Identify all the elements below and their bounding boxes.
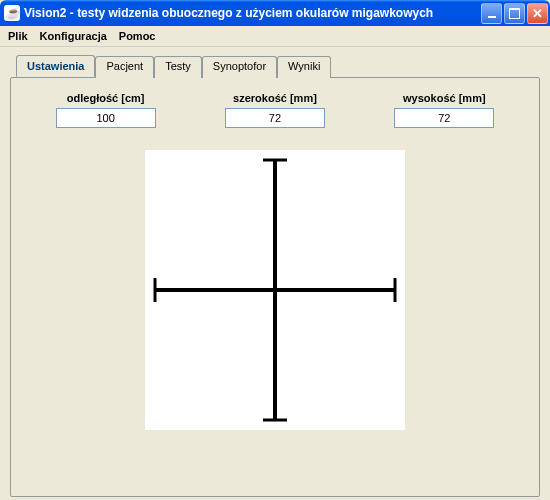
input-distance[interactable] [56,108,156,128]
menu-file[interactable]: Plik [8,30,28,42]
close-button[interactable]: ✕ [527,3,548,24]
title-bar: ☕ Vision2 - testy widzenia obuocznego z … [0,0,550,26]
tab-synoptofor[interactable]: Synoptofor [202,56,277,78]
preview-area [31,150,519,430]
java-icon: ☕ [4,5,20,21]
menu-bar: Plik Konfiguracja Pomoc [0,26,550,47]
tab-panel-ustawienia: odległość [cm] szerokość [mm] wysokość [… [10,77,540,497]
tab-wyniki[interactable]: Wyniki [277,56,331,78]
tab-strip: Ustawienia Pacjent Testy Synoptofor Wyni… [10,55,540,77]
window-title: Vision2 - testy widzenia obuocznego z uż… [24,6,481,20]
field-height: wysokość [mm] [394,92,494,128]
settings-fields-row: odległość [cm] szerokość [mm] wysokość [… [31,92,519,128]
cross-icon [145,150,405,430]
tab-testy[interactable]: Testy [154,56,202,78]
label-distance: odległość [cm] [67,92,145,104]
input-width[interactable] [225,108,325,128]
label-width: szerokość [mm] [233,92,317,104]
maximize-button[interactable] [504,3,525,24]
menu-config[interactable]: Konfiguracja [40,30,107,42]
field-distance: odległość [cm] [56,92,156,128]
field-width: szerokość [mm] [225,92,325,128]
tab-ustawienia[interactable]: Ustawienia [16,55,95,77]
cross-preview [145,150,405,430]
label-height: wysokość [mm] [403,92,486,104]
content-area: Ustawienia Pacjent Testy Synoptofor Wyni… [0,47,550,498]
input-height[interactable] [394,108,494,128]
menu-help[interactable]: Pomoc [119,30,156,42]
minimize-button[interactable] [481,3,502,24]
tab-pacjent[interactable]: Pacjent [95,56,154,78]
window-controls: ✕ [481,3,548,24]
